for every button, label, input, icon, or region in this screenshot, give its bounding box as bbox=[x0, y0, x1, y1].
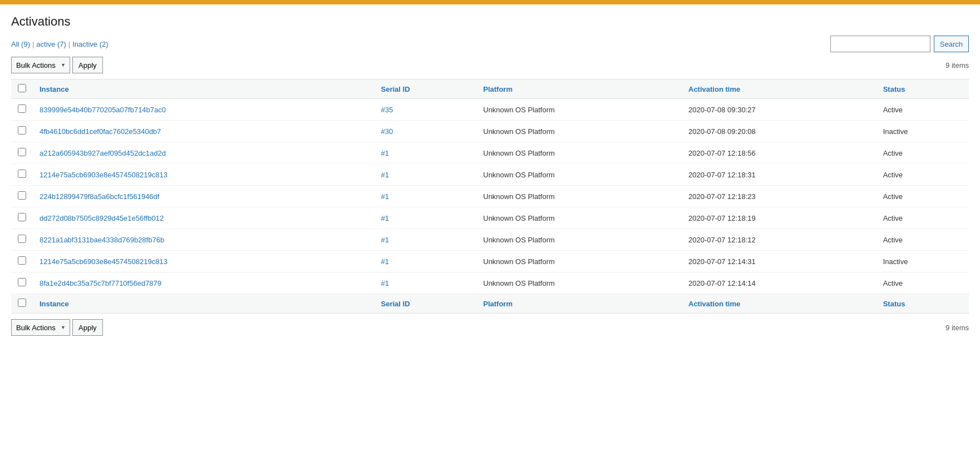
footer-header-instance[interactable]: Instance bbox=[33, 294, 375, 314]
row-checkbox-8[interactable] bbox=[18, 278, 26, 286]
select-all-checkbox[interactable] bbox=[18, 84, 26, 92]
row-serial-5[interactable]: #1 bbox=[375, 207, 477, 229]
row-checkbox-0[interactable] bbox=[18, 105, 26, 113]
footer-checkbox-col bbox=[11, 294, 33, 314]
row-checkbox-6[interactable] bbox=[18, 235, 26, 243]
items-count-bottom: 9 items bbox=[945, 324, 969, 332]
top-actions-left: Bulk Actions Apply bbox=[11, 57, 103, 73]
table-row: dd272d08b7505c8929d45e1e56ffb012 #1 Unkn… bbox=[11, 207, 969, 229]
row-status-2: Active bbox=[876, 142, 969, 164]
row-serial-7[interactable]: #1 bbox=[375, 251, 477, 272]
row-checkbox-2[interactable] bbox=[18, 148, 26, 156]
footer-header-serial-id[interactable]: Serial ID bbox=[375, 294, 477, 314]
table-body: 839999e54b40b770205a07fb714b7ac0 #35 Unk… bbox=[11, 99, 969, 294]
row-serial-6[interactable]: #1 bbox=[375, 229, 477, 251]
footer-header-platform[interactable]: Platform bbox=[476, 294, 682, 314]
row-checkbox-cell bbox=[11, 142, 33, 164]
row-instance-8: 8fa1e2d4bc35a75c7bf7710f56ed7879 bbox=[33, 272, 375, 294]
row-status-1: Inactive bbox=[876, 121, 969, 142]
row-instance-1: 4fb4610bc6dd1cef0fac7602e5340db7 bbox=[33, 121, 375, 142]
row-activation-time-5: 2020-07-07 12:18:19 bbox=[682, 207, 876, 229]
row-activation-time-8: 2020-07-07 12:14:14 bbox=[682, 272, 876, 294]
search-button[interactable]: Search bbox=[934, 36, 969, 52]
top-bar bbox=[0, 0, 980, 4]
table-header: Instance Serial ID Platform Activation t… bbox=[11, 80, 969, 99]
row-activation-time-3: 2020-07-07 12:18:31 bbox=[682, 164, 876, 186]
table-row: 839999e54b40b770205a07fb714b7ac0 #35 Unk… bbox=[11, 99, 969, 121]
footer-header-activation-time[interactable]: Activation time bbox=[682, 294, 876, 314]
row-status-0: Active bbox=[876, 99, 969, 121]
search-input[interactable] bbox=[830, 36, 930, 52]
table-footer-header: Instance Serial ID Platform Activation t… bbox=[11, 294, 969, 314]
table-row: 8221a1abf3131bae4338d769b28fb76b #1 Unkn… bbox=[11, 229, 969, 251]
row-status-7: Inactive bbox=[876, 251, 969, 272]
items-count-top: 9 items bbox=[945, 61, 969, 69]
table-row: 1214e75a5cb6903e8e4574508219c813 #1 Unkn… bbox=[11, 164, 969, 186]
row-serial-2[interactable]: #1 bbox=[375, 142, 477, 164]
search-area: Search bbox=[830, 36, 969, 52]
header-platform[interactable]: Platform bbox=[476, 80, 682, 99]
footer-select-all-checkbox[interactable] bbox=[18, 299, 26, 307]
row-platform-1: Unknown OS Platform bbox=[476, 121, 682, 142]
top-actions-bar: Bulk Actions Apply 9 items bbox=[11, 57, 969, 73]
header-instance[interactable]: Instance bbox=[33, 80, 375, 99]
row-checkbox-cell bbox=[11, 121, 33, 142]
row-checkbox-cell bbox=[11, 272, 33, 294]
row-checkbox-4[interactable] bbox=[18, 191, 26, 200]
row-status-6: Active bbox=[876, 229, 969, 251]
row-serial-1[interactable]: #30 bbox=[375, 121, 477, 142]
bulk-actions-select[interactable]: Bulk Actions bbox=[11, 57, 70, 73]
row-status-4: Active bbox=[876, 186, 969, 207]
row-serial-4[interactable]: #1 bbox=[375, 186, 477, 207]
header-status[interactable]: Status bbox=[876, 80, 969, 99]
row-checkbox-3[interactable] bbox=[18, 170, 26, 178]
row-status-3: Active bbox=[876, 164, 969, 186]
row-instance-5: dd272d08b7505c8929d45e1e56ffb012 bbox=[33, 207, 375, 229]
apply-button-top[interactable]: Apply bbox=[72, 57, 103, 73]
activations-table: Instance Serial ID Platform Activation t… bbox=[11, 79, 969, 314]
row-checkbox-cell bbox=[11, 207, 33, 229]
row-activation-time-0: 2020-07-08 09:30:27 bbox=[682, 99, 876, 121]
header-serial-id[interactable]: Serial ID bbox=[375, 80, 477, 99]
apply-button-bottom[interactable]: Apply bbox=[72, 319, 103, 336]
header-activation-time[interactable]: Activation time bbox=[682, 80, 876, 99]
bottom-bulk-actions-select[interactable]: Bulk Actions bbox=[11, 319, 70, 336]
bulk-actions-wrapper: Bulk Actions bbox=[11, 57, 70, 73]
table-row: a212a605943b927aef095d452dc1ad2d #1 Unkn… bbox=[11, 142, 969, 164]
row-status-5: Active bbox=[876, 207, 969, 229]
row-platform-6: Unknown OS Platform bbox=[476, 229, 682, 251]
row-checkbox-cell bbox=[11, 251, 33, 272]
row-instance-7: 1214e75a5cb6903e8e4574508219c813 bbox=[33, 251, 375, 272]
row-checkbox-7[interactable] bbox=[18, 256, 26, 265]
filter-active[interactable]: active (7) bbox=[36, 40, 66, 48]
filter-bar: All (9) | active (7) | Inactive (2) Sear… bbox=[11, 36, 969, 52]
row-activation-time-7: 2020-07-07 12:14:31 bbox=[682, 251, 876, 272]
table-row: 8fa1e2d4bc35a75c7bf7710f56ed7879 #1 Unkn… bbox=[11, 272, 969, 294]
row-checkbox-cell bbox=[11, 229, 33, 251]
table-row: 4fb4610bc6dd1cef0fac7602e5340db7 #30 Unk… bbox=[11, 121, 969, 142]
row-platform-4: Unknown OS Platform bbox=[476, 186, 682, 207]
row-instance-0: 839999e54b40b770205a07fb714b7ac0 bbox=[33, 99, 375, 121]
bottom-actions-left: Bulk Actions Apply bbox=[11, 319, 103, 336]
row-serial-8[interactable]: #1 bbox=[375, 272, 477, 294]
row-platform-3: Unknown OS Platform bbox=[476, 164, 682, 186]
filter-sep-2: | bbox=[68, 40, 70, 48]
row-activation-time-2: 2020-07-07 12:18:56 bbox=[682, 142, 876, 164]
row-instance-3: 1214e75a5cb6903e8e4574508219c813 bbox=[33, 164, 375, 186]
filter-inactive[interactable]: Inactive (2) bbox=[72, 40, 108, 48]
row-serial-0[interactable]: #35 bbox=[375, 99, 477, 121]
footer-header-status[interactable]: Status bbox=[876, 294, 969, 314]
table-row: 224b12899479f8a5a6bcfc1f561946df #1 Unkn… bbox=[11, 186, 969, 207]
row-instance-2: a212a605943b927aef095d452dc1ad2d bbox=[33, 142, 375, 164]
row-serial-3[interactable]: #1 bbox=[375, 164, 477, 186]
filter-all[interactable]: All (9) bbox=[11, 40, 30, 48]
row-platform-0: Unknown OS Platform bbox=[476, 99, 682, 121]
row-checkbox-cell bbox=[11, 164, 33, 186]
row-activation-time-4: 2020-07-07 12:18:23 bbox=[682, 186, 876, 207]
row-platform-5: Unknown OS Platform bbox=[476, 207, 682, 229]
row-checkbox-1[interactable] bbox=[18, 126, 26, 135]
row-platform-7: Unknown OS Platform bbox=[476, 251, 682, 272]
header-checkbox-col bbox=[11, 80, 33, 99]
row-checkbox-5[interactable] bbox=[18, 213, 26, 221]
filter-sep-1: | bbox=[32, 40, 34, 48]
